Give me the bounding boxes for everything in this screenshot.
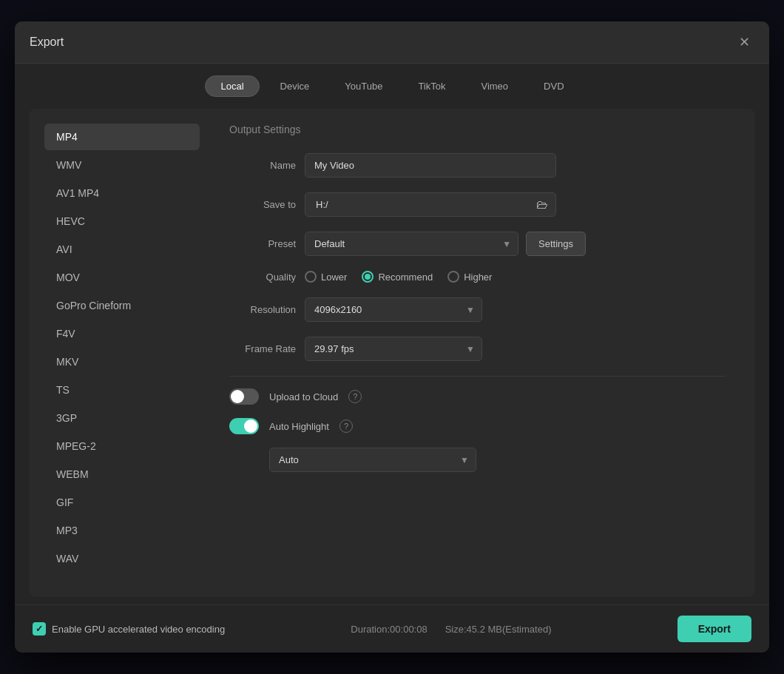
quality-recommend-radio[interactable] [362,271,374,283]
format-mkv[interactable]: MKV [44,348,200,375]
settings-button[interactable]: Settings [526,232,586,256]
tab-vimeo[interactable]: Vimeo [466,75,523,97]
upload-cloud-label: Upload to Cloud [269,391,338,402]
tab-local[interactable]: Local [205,75,259,97]
quality-label: Quality [229,272,296,283]
format-avi[interactable]: AVI [44,236,200,263]
format-mp4[interactable]: MP4 [44,124,200,150]
save-to-input-wrap: 🗁 [305,192,556,217]
quality-higher-label: Higher [464,272,492,283]
resolution-select-wrap: 4096x2160 ▼ [305,297,482,322]
quality-lower[interactable]: Lower [305,271,347,283]
duration-info: Duration:00:00:08 [351,624,427,635]
auto-highlight-row: Auto Highlight ? [229,418,725,434]
gpu-checkbox[interactable]: ✓ [33,622,46,636]
gpu-label: Enable GPU accelerated video encoding [52,624,225,635]
format-mpeg2[interactable]: MPEG-2 [44,433,200,459]
quality-higher[interactable]: Higher [447,271,492,283]
auto-select[interactable]: Auto [269,448,476,472]
name-row: Name [229,153,725,178]
quality-wrap: Lower Recommend Higher [305,271,492,283]
upload-cloud-knob [231,390,244,403]
output-settings-title: Output Settings [229,124,725,135]
preset-select[interactable]: Default [305,232,518,256]
resolution-select[interactable]: 4096x2160 [305,297,482,322]
frame-rate-label: Frame Rate [229,343,296,354]
format-gopro[interactable]: GoPro Cineform [44,292,200,319]
tab-dvd[interactable]: DVD [529,75,578,97]
resolution-label: Resolution [229,304,296,315]
format-mp3[interactable]: MP3 [44,517,200,544]
format-webm[interactable]: WEBM [44,461,200,488]
export-dialog: Export ✕ Local Device YouTube TikTok Vim… [15,21,769,653]
dialog-overlay: Export ✕ Local Device YouTube TikTok Vim… [0,0,784,674]
format-gif[interactable]: GIF [44,489,200,516]
auto-dropdown-wrap: Auto ▼ [269,448,476,472]
frame-rate-row: Frame Rate 29.97 fps ▼ [229,337,725,361]
auto-highlight-label: Auto Highlight [269,421,329,432]
divider [229,376,725,377]
tab-bar: Local Device YouTube TikTok Vimeo DVD [15,64,769,109]
tab-youtube[interactable]: YouTube [330,75,397,97]
export-button[interactable]: Export [677,616,751,642]
upload-cloud-help-icon[interactable]: ? [348,390,362,403]
dialog-title: Export [30,36,64,49]
save-to-input[interactable] [313,193,536,216]
upload-cloud-toggle[interactable] [229,388,259,405]
quality-lower-radio[interactable] [305,271,317,283]
quality-recommend[interactable]: Recommend [362,271,433,283]
size-info: Size:45.2 MB(Estimated) [445,624,552,635]
auto-highlight-knob [244,419,257,433]
quality-recommend-dot [365,274,371,280]
preset-select-wrap: Default ▼ [305,232,518,256]
quality-recommend-label: Recommend [378,272,433,283]
auto-highlight-toggle[interactable] [229,418,259,434]
dialog-body: MP4 WMV AV1 MP4 HEVC AVI MOV GoPro Cinef… [30,109,754,597]
quality-row: Quality Lower Recommend [229,271,725,283]
frame-rate-select-wrap: 29.97 fps ▼ [305,337,482,361]
name-input[interactable] [305,153,556,178]
format-3gp[interactable]: 3GP [44,405,200,431]
format-mov[interactable]: MOV [44,264,200,291]
preset-row: Preset Default ▼ Settings [229,232,725,256]
auto-select-wrap: Auto ▼ [269,448,476,472]
footer-info: Duration:00:00:08 Size:45.2 MB(Estimated… [351,624,551,635]
format-av1mp4[interactable]: AV1 MP4 [44,180,200,206]
format-ts[interactable]: TS [44,377,200,403]
format-wav[interactable]: WAV [44,545,200,572]
tab-tiktok[interactable]: TikTok [403,75,460,97]
preset-label: Preset [229,238,296,249]
gpu-check-wrap: ✓ Enable GPU accelerated video encoding [33,622,225,636]
save-to-label: Save to [229,199,296,210]
auto-highlight-help-icon[interactable]: ? [339,419,353,433]
footer-bar: ✓ Enable GPU accelerated video encoding … [15,604,769,653]
checkbox-check-icon: ✓ [36,624,43,634]
tab-device[interactable]: Device [266,75,325,97]
format-list: MP4 WMV AV1 MP4 HEVC AVI MOV GoPro Cinef… [44,116,200,582]
quality-lower-label: Lower [321,272,347,283]
dialog-header: Export ✕ [15,21,769,64]
format-f4v[interactable]: F4V [44,320,200,347]
quality-higher-radio[interactable] [447,271,459,283]
close-button[interactable]: ✕ [734,32,754,53]
frame-rate-select[interactable]: 29.97 fps [305,337,482,361]
resolution-row: Resolution 4096x2160 ▼ [229,297,725,322]
format-hevc[interactable]: HEVC [44,208,200,235]
preset-wrap: Default ▼ Settings [305,232,586,256]
settings-panel: Output Settings Name Save to 🗁 Prese [214,116,740,582]
format-wmv[interactable]: WMV [44,152,200,178]
name-label: Name [229,160,296,171]
folder-icon[interactable]: 🗁 [536,198,548,212]
upload-cloud-row: Upload to Cloud ? [229,388,725,405]
save-to-row: Save to 🗁 [229,192,725,217]
